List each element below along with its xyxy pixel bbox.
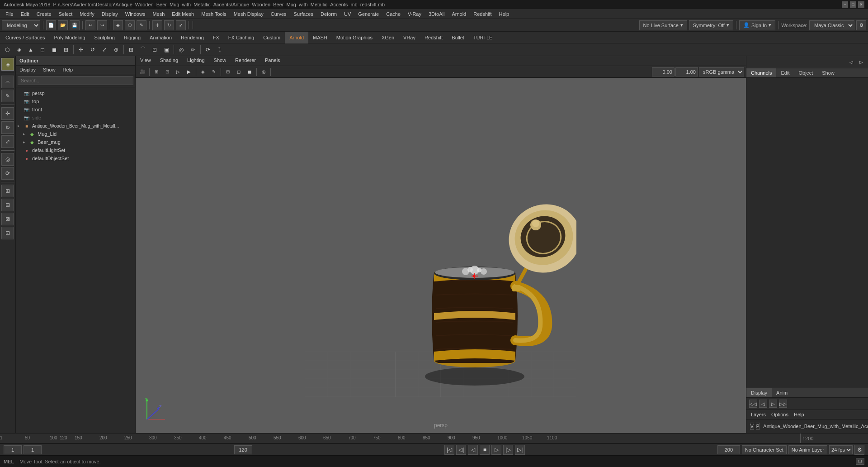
tab-turtle[interactable]: TURTLE [469, 32, 497, 43]
scale-tool[interactable]: ⤢ [1, 135, 14, 148]
paint-skin-btn[interactable]: ✏ [188, 44, 198, 55]
current-frame-input[interactable] [24, 445, 42, 454]
menu-redshift[interactable]: Redshift [470, 10, 495, 18]
sel-vertex-btn[interactable]: ▲ [25, 44, 36, 55]
sel-uvmap-btn[interactable]: ⊞ [61, 44, 71, 55]
no-live-surface-btn[interactable]: No Live Surface ▾ [639, 20, 687, 30]
vp-show-menu[interactable]: Show [209, 56, 231, 66]
scale-manip-btn[interactable]: ⤢ [99, 44, 110, 55]
menu-mesh[interactable]: Mesh [149, 10, 168, 18]
vp-select-btn[interactable]: ◈ [198, 67, 208, 77]
menu-mesh-display[interactable]: Mesh Display [230, 10, 267, 18]
tab-fx[interactable]: FX [208, 32, 224, 43]
menu-mesh-tools[interactable]: Mesh Tools [198, 10, 230, 18]
select-tool[interactable]: ◈ [1, 58, 14, 71]
tree-item-top[interactable]: 📷 top [16, 97, 135, 105]
vp-gamma-select[interactable]: sRGB gamma [699, 67, 744, 76]
tab-custom[interactable]: Custom [259, 32, 285, 43]
move-tool[interactable]: ✛ [1, 107, 14, 120]
vp-shading-menu[interactable]: Shading [156, 56, 183, 66]
select-tool-btn[interactable]: ◈ [113, 20, 123, 30]
forward-btn[interactable]: ▷ [491, 445, 501, 455]
vp-renderer-menu[interactable]: Renderer [231, 56, 260, 66]
tree-item-light-set[interactable]: ● defaultLightSet [16, 146, 135, 154]
soft-mod-tool[interactable]: ◎ [1, 153, 14, 166]
vp-isolate-btn[interactable]: ◎ [259, 67, 269, 77]
vp-texture-btn[interactable]: ◼ [245, 67, 255, 77]
lasso-tool[interactable]: ⌯ [1, 76, 14, 88]
tree-item-mug-lid[interactable]: ▸ ◆ Mug_Lid [16, 130, 135, 138]
menu-uv[interactable]: UV [340, 10, 354, 18]
mode-selector[interactable]: Modeling Rigging Animation FX Rendering [2, 20, 40, 30]
sel-edge-btn[interactable]: ◻ [37, 44, 48, 55]
menu-deform[interactable]: Deform [317, 10, 340, 18]
tree-item-persp[interactable]: 📷 persp [16, 89, 135, 97]
snap-point-btn[interactable]: ⊡ [149, 44, 160, 55]
menu-cache[interactable]: Cache [382, 10, 404, 18]
save-scene-btn[interactable]: 💾 [70, 20, 80, 30]
workspace-selector[interactable]: Maya Classic [809, 20, 854, 30]
transform-manip-btn[interactable]: ✛ [75, 44, 86, 55]
menu-surfaces[interactable]: Surfaces [290, 10, 317, 18]
status-progress-btn[interactable]: ⬡ [856, 458, 864, 465]
grid-tool4[interactable]: ⊡ [1, 227, 14, 239]
tab-channels[interactable]: Channels [746, 68, 776, 77]
vp-lighting-menu[interactable]: Lighting [183, 56, 209, 66]
show-manip-tool[interactable]: ⟳ [1, 167, 14, 180]
vp-paint-btn[interactable]: ✎ [209, 67, 219, 77]
layers-menu[interactable]: Layers [748, 411, 769, 418]
tab-object[interactable]: Object [794, 68, 817, 77]
vp-render-btn[interactable]: ▷ [173, 67, 183, 77]
vp-ipr-btn[interactable]: ▶ [184, 67, 194, 77]
tab-motion-graphics[interactable]: Motion Graphics [332, 32, 377, 43]
vp-frame-all-btn[interactable]: ⊞ [151, 67, 161, 77]
minimize-button[interactable]: − [842, 1, 848, 8]
layer-p-btn[interactable]: P [756, 423, 760, 430]
snap-curve-btn[interactable]: ⌒ [137, 44, 148, 55]
back-btn[interactable]: ◁ [468, 445, 478, 455]
menu-modify[interactable]: Modify [76, 10, 98, 18]
layer-nav1[interactable]: ◁◁ [749, 400, 757, 408]
playback-end-input[interactable] [717, 445, 740, 454]
tab-arnold[interactable]: Arnold [285, 32, 308, 43]
tab-redshift[interactable]: Redshift [420, 32, 447, 43]
open-scene-btn[interactable]: 📂 [58, 20, 68, 30]
tab-vray[interactable]: VRay [399, 32, 420, 43]
help-menu[interactable]: Help [791, 411, 807, 418]
menu-create[interactable]: Create [33, 10, 55, 18]
outliner-show-menu[interactable]: Show [39, 66, 59, 74]
tab-animation[interactable]: Animation [145, 32, 176, 43]
grid-tool3[interactable]: ⊠ [1, 213, 14, 225]
soft-sel-btn[interactable]: ◎ [176, 44, 187, 55]
grid-tool2[interactable]: ⊟ [1, 199, 14, 211]
tab-poly-modeling[interactable]: Poly Modeling [49, 32, 90, 43]
snap-together-btn[interactable]: ⤵ [214, 44, 225, 55]
vp-frame-sel-btn[interactable]: ⊡ [162, 67, 172, 77]
menu-help[interactable]: Help [495, 10, 513, 18]
go-start-btn[interactable]: |◁ [444, 445, 454, 455]
menu-arnold[interactable]: Arnold [448, 10, 470, 18]
close-button[interactable]: ✕ [858, 1, 864, 8]
rotate-tool[interactable]: ↻ [1, 121, 14, 134]
univ-manip-btn[interactable]: ⊕ [111, 44, 122, 55]
menu-3dtoall[interactable]: 3DtoAll [425, 10, 448, 18]
layer-nav4[interactable]: ▷▷ [779, 400, 787, 408]
vp-camera-btn[interactable]: 🎥 [137, 67, 147, 77]
grid-tool1[interactable]: ⊞ [1, 185, 14, 197]
show-manip-btn[interactable]: ⟳ [203, 44, 213, 55]
move-tool-btn[interactable]: ✛ [152, 20, 162, 30]
sign-in-btn[interactable]: 👤 Sign In ▾ [739, 20, 775, 30]
vp-exposure-input[interactable] [652, 67, 675, 76]
tab-fx-caching[interactable]: FX Caching [224, 32, 259, 43]
step-fwd-btn[interactable]: |▷ [503, 445, 513, 455]
undo-btn[interactable]: ↩ [85, 20, 95, 30]
go-end-btn[interactable]: ▷| [515, 445, 525, 455]
menu-generate[interactable]: Generate [354, 10, 382, 18]
end-frame-input[interactable] [234, 445, 252, 454]
tree-item-object-set[interactable]: ● defaultObjectSet [16, 154, 135, 162]
paint-sel-tool[interactable]: ✎ [1, 90, 14, 102]
tab-bullet[interactable]: Bullet [447, 32, 469, 43]
tab-rigging[interactable]: Rigging [119, 32, 145, 43]
vp-panels-menu[interactable]: Panels [260, 56, 285, 66]
redo-btn[interactable]: ↪ [97, 20, 107, 30]
